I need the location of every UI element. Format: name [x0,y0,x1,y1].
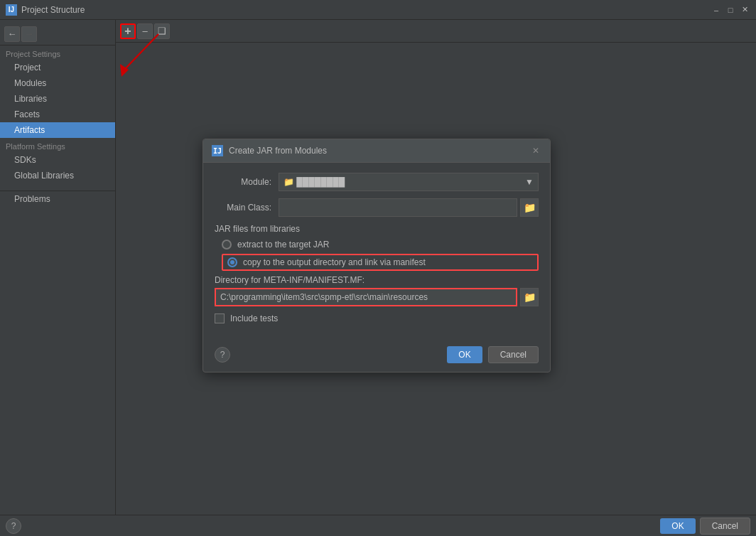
manifest-section: Directory for META-INF/MANIFEST.MF: 📁 [215,275,539,306]
sidebar-item-project[interactable]: Project [0,60,115,75]
manifest-browse-button[interactable]: 📁 [520,288,539,306]
title-bar: IJ Project Structure – □ ✕ [0,0,756,20]
sidebar-item-facets[interactable]: Facets [0,107,115,122]
window-title: Project Structure [21,5,711,15]
main-class-browse-button[interactable]: 📁 [520,198,539,217]
app-icon: IJ [6,4,17,16]
add-artifact-button[interactable]: + [120,23,136,39]
manifest-dir-label: Directory for META-INF/MANIFEST.MF: [215,275,539,285]
dialog-action-buttons: OK Cancel [447,346,539,363]
sidebar: ← → Project Settings Project Modules Lib… [0,20,116,515]
window-controls: – □ ✕ [711,4,750,16]
manifest-path-input[interactable] [215,288,517,306]
project-settings-section-label: Project Settings [0,45,115,60]
radio-copy-label: copy to the output directory and link vi… [243,257,426,267]
dialog-title: Create JAR from Modules [229,146,530,156]
radio-row-extract: extract to the target JAR [222,240,539,250]
content-toolbar: + – ❑ [116,20,756,43]
dropdown-arrow-icon: ▼ [525,177,534,187]
manifest-path-row: 📁 [215,288,539,306]
remove-artifact-button[interactable]: – [137,23,153,39]
create-jar-dialog: IJ Create JAR from Modules ✕ Module: 📁 █… [202,139,551,372]
bottom-help-button[interactable]: ? [6,518,21,534]
platform-settings-section-label: Platform Settings [0,138,115,152]
bottom-ok-button[interactable]: OK [660,518,695,534]
radio-group-jar: extract to the target JAR copy to the ou… [222,240,539,271]
bottom-bar: ? OK Cancel [0,515,756,536]
radio-extract-label: extract to the target JAR [237,240,329,250]
radio-row-copy-selected: copy to the output directory and link vi… [222,254,539,271]
dialog-icon: IJ [212,145,223,156]
nav-forward-button[interactable]: → [21,26,37,42]
module-select[interactable]: 📁 ████████ ▼ [279,173,539,191]
module-label: Module: [215,177,279,187]
nav-back-button[interactable]: ← [4,26,20,42]
module-select-icon: 📁 ████████ [284,177,525,187]
radio-copy[interactable] [227,257,237,267]
sidebar-toolbar: ← → [0,23,115,45]
dialog-cancel-button[interactable]: Cancel [488,346,539,363]
main-class-input[interactable] [279,198,517,217]
main-class-label: Main Class: [215,203,279,213]
include-tests-checkbox[interactable] [215,313,225,323]
include-tests-label: Include tests [230,313,278,323]
minimize-button[interactable]: – [711,4,722,16]
jar-files-section-label: JAR files from libraries [215,224,539,234]
module-row: Module: 📁 ████████ ▼ [215,173,539,191]
dialog-body: Module: 📁 ████████ ▼ Main Class: 📁 JAR f… [203,163,550,341]
maximize-button[interactable]: □ [725,4,736,16]
radio-extract[interactable] [222,240,232,250]
sidebar-item-problems[interactable]: Problems [0,191,115,207]
copy-artifact-button[interactable]: ❑ [154,23,170,39]
include-tests-row: Include tests [215,313,539,323]
dialog-close-button[interactable]: ✕ [530,145,541,156]
dialog-title-bar: IJ Create JAR from Modules ✕ [203,139,550,163]
close-button[interactable]: ✕ [739,4,750,16]
sidebar-item-artifacts[interactable]: Artifacts [0,122,115,138]
dialog-footer: ? OK Cancel [203,341,550,372]
dialog-help-button[interactable]: ? [215,347,230,363]
bottom-bar-right: OK Cancel [660,518,750,535]
dialog-ok-button[interactable]: OK [447,346,482,363]
bottom-cancel-button[interactable]: Cancel [700,518,750,535]
sidebar-item-libraries[interactable]: Libraries [0,91,115,107]
module-control: 📁 ████████ ▼ [279,173,539,191]
main-class-row: Main Class: 📁 [215,198,539,217]
sidebar-item-global-libraries[interactable]: Global Libraries [0,168,115,183]
sidebar-item-sdks[interactable]: SDKs [0,152,115,168]
sidebar-item-modules[interactable]: Modules [0,75,115,91]
main-class-control: 📁 [279,198,539,217]
